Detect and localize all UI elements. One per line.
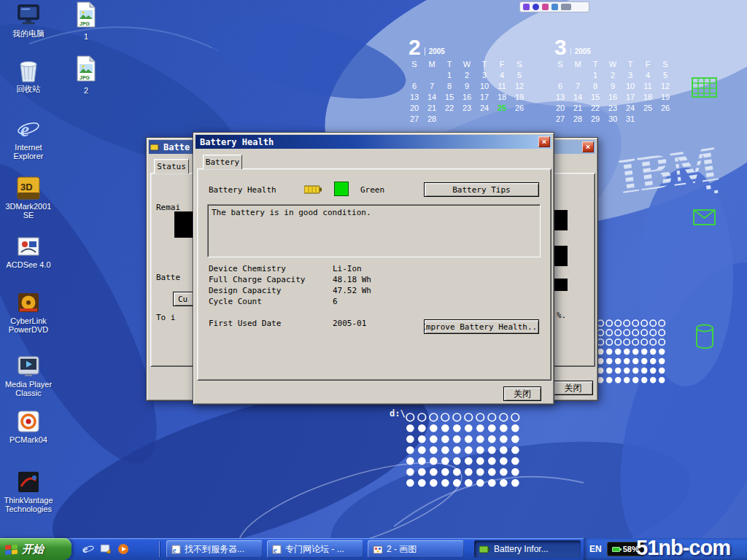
percent-label: %. — [557, 311, 566, 320]
thinkvantage-icon — [16, 470, 41, 494]
battery-status-label: Batte — [156, 273, 180, 282]
task-button-battery-information[interactable]: Battery Infor... — [474, 540, 581, 558]
calendar-grid: SMTWTFS123456789101112131415161718192021… — [406, 60, 531, 125]
field-value: 6 — [333, 297, 338, 306]
calendar-day: 7 — [430, 82, 434, 93]
close-icon[interactable]: × — [582, 141, 594, 152]
calendar-day-header: S — [516, 60, 522, 71]
osd-toolbar[interactable] — [519, 1, 589, 12]
calendar-day: 27 — [556, 114, 565, 125]
calendar-day: 8 — [593, 82, 597, 93]
drive-label: d:\ — [390, 408, 406, 419]
desktop-icon-label: Internet Explorer — [3, 143, 54, 160]
close-button-bg-dialog[interactable]: 关闭 — [553, 381, 593, 395]
calendar-month: 2 — [409, 38, 421, 57]
calendar-day: 21 — [573, 104, 582, 114]
field-value: 2005-01 — [333, 319, 366, 328]
desktop-icon-my-computer[interactable]: 我的电脑 — [3, 3, 54, 38]
ie-page-icon: e — [272, 545, 282, 554]
close-icon[interactable]: × — [538, 136, 550, 147]
osd-volume-icon[interactable] — [523, 4, 530, 10]
calendar-day: 28 — [427, 114, 436, 125]
calendar-day: 23 — [608, 104, 617, 114]
quicklaunch-show-desktop-icon[interactable] — [99, 542, 112, 556]
dot-grid-center — [406, 413, 525, 489]
tab-status[interactable]: Status — [154, 159, 189, 174]
calendar-day-header: W — [463, 60, 471, 71]
svg-text:3D: 3D — [20, 182, 33, 192]
calendar-day: 24 — [480, 104, 489, 114]
battery-task-icon — [479, 545, 490, 553]
calendar-day: 10 — [480, 82, 489, 93]
calendar-year: 2005 — [425, 47, 445, 55]
desktop-file-jpg-2[interactable]: JPG 2 — [69, 55, 104, 95]
condition-textbox[interactable]: The battery is in good condition. — [207, 204, 541, 257]
calendar-day: 16 — [462, 93, 471, 104]
quicklaunch-ie-icon[interactable]: e — [82, 542, 95, 556]
watermark-51nb: 51nb-com — [636, 536, 730, 560]
svg-text:IBM: IBM — [616, 136, 721, 204]
jpg-file-icon: JPG — [76, 1, 96, 31]
desktop-icon-label: Media Player Classic — [3, 380, 54, 397]
tab-label: Battery — [206, 158, 239, 167]
desktop-icon-internet-explorer[interactable]: e Internet Explorer — [3, 117, 54, 160]
calendar-day: 2 — [465, 71, 469, 82]
calendar-day: 23 — [462, 104, 471, 114]
acdsee-icon — [16, 234, 41, 259]
osd-keyboard-icon[interactable] — [561, 4, 571, 10]
desktop-icon-thinkvantage[interactable]: ThinkVantage Technologies — [3, 470, 54, 513]
calendar-day: 10 — [626, 82, 635, 93]
calendar-day: 5 — [663, 71, 667, 82]
desktop-icon-pcmark04[interactable]: PCMark04 — [3, 409, 54, 444]
desktop-icon-media-player-classic[interactable]: Media Player Classic — [3, 354, 54, 397]
task-button-server-not-found[interactable]: e 找不到服务器... — [166, 540, 263, 558]
battery-tips-button[interactable]: Battery Tips — [424, 182, 539, 197]
button-label: Improve Battery Health... — [424, 322, 539, 332]
desktop-icon-powerdvd[interactable]: CyberLink PowerDVD — [3, 290, 54, 334]
close-button[interactable]: 关闭 — [503, 386, 541, 401]
desktop-icon-label: ThinkVantage Technologies — [3, 496, 54, 513]
calendar-day: 29 — [591, 114, 600, 125]
quicklaunch-media-player-icon[interactable] — [117, 542, 130, 556]
taskbar-divider — [159, 541, 160, 557]
calendar-day-header: T — [628, 60, 633, 71]
improve-battery-health-button[interactable]: Improve Battery Health... — [424, 319, 539, 334]
desktop-icon-acdsee[interactable]: ACDSee 4.0 — [3, 234, 54, 269]
internet-explorer-icon: e — [16, 117, 41, 141]
tab-battery[interactable]: Battery — [203, 155, 242, 169]
calendar-day: 20 — [556, 104, 565, 114]
calendar-day-header: F — [500, 60, 505, 71]
button-label: Battery Tips — [452, 185, 510, 195]
desktop-icon-recycle-bin[interactable]: 回收站 — [3, 58, 54, 93]
field-label: Design Capacity — [209, 286, 281, 295]
task-button-paint[interactable]: 2 - 画图 — [368, 540, 464, 558]
calendar-day-header: F — [646, 60, 651, 71]
jpg-file-icon: JPG — [76, 55, 96, 85]
desktop-file-jpg-1[interactable]: JPG 1 — [69, 1, 104, 41]
calendar-day: 15 — [591, 93, 600, 104]
desktop-icon-label: 回收站 — [17, 85, 41, 93]
osd-thinklight-icon[interactable] — [542, 4, 549, 10]
task-button-forum[interactable]: e 专门网论坛 - ... — [267, 540, 363, 558]
file-label: 2 — [84, 86, 88, 95]
task-label: Battery Infor... — [494, 544, 549, 554]
battery-health-window: Battery Health × Battery Battery Health … — [193, 132, 554, 405]
language-indicator[interactable]: EN — [589, 544, 602, 554]
pcmark04-icon — [16, 409, 41, 434]
calendar-day: 11 — [643, 82, 651, 93]
svg-text:e: e — [274, 546, 277, 554]
calendar-day: 4 — [646, 71, 650, 82]
taskbar: 开始 e e 找不到服务器... e 专门网论坛 - ... 2 - 画图 Ba… — [0, 538, 747, 560]
calendar-day-header: T — [482, 60, 487, 71]
calendar-day: 28 — [573, 114, 582, 125]
calendar-grid: SMTWTFS123456789101112131415161718192021… — [551, 60, 677, 125]
osd-mute-icon[interactable] — [551, 4, 558, 10]
battery-health-titlebar[interactable]: Battery Health × — [196, 135, 551, 149]
task-label: 找不到服务器... — [185, 543, 244, 556]
desktop-icon-label: ACDSee 4.0 — [6, 260, 50, 269]
calendar-day: 9 — [611, 82, 615, 93]
osd-display-icon[interactable] — [533, 4, 539, 10]
powerdvd-icon — [16, 290, 41, 315]
start-button[interactable]: 开始 — [0, 538, 71, 560]
desktop-icon-3dmark2001[interactable]: 3D 3DMark2001 SE — [3, 176, 54, 219]
